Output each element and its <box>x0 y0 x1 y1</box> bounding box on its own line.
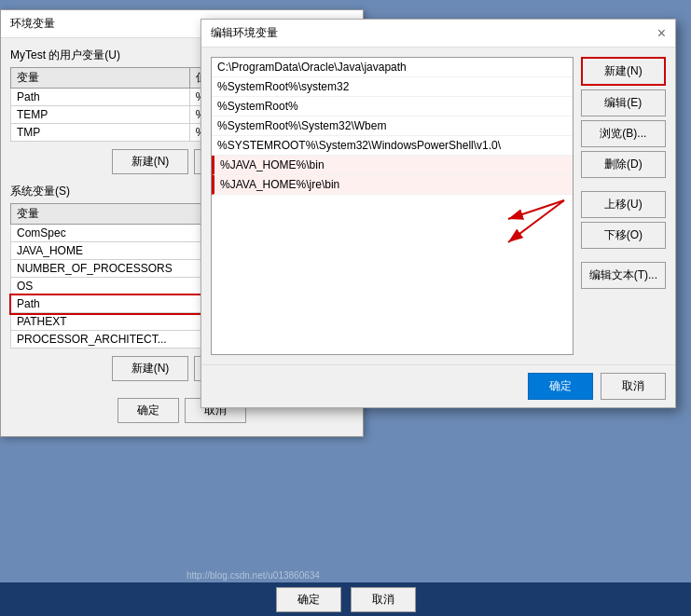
new-btn[interactable]: 新建(N) <box>581 57 666 86</box>
bg-dialog-title: 环境变量 <box>10 16 55 32</box>
main-env-dialog: 编辑环境变量 × C:\ProgramData\Oracle\Java\java… <box>200 19 676 408</box>
edit-text-btn[interactable]: 编辑文本(T)... <box>581 262 666 289</box>
move-up-btn[interactable]: 上移(U) <box>581 191 666 218</box>
main-cancel-btn[interactable]: 取消 <box>601 373 666 400</box>
taskbar-confirm-btn[interactable]: 确定 <box>276 587 341 612</box>
watermark: http://blog.csdn.net/u013860634 <box>187 570 320 581</box>
var-name: Path <box>11 89 190 106</box>
main-dialog-footer: 确定 取消 <box>201 364 675 407</box>
path-list-item[interactable]: C:\ProgramData\Oracle\Java\javapath <box>212 58 573 77</box>
main-dialog-titlebar: 编辑环境变量 × <box>201 20 675 48</box>
delete-btn[interactable]: 删除(D) <box>581 151 666 178</box>
user-new-btn[interactable]: 新建(N) <box>112 149 189 174</box>
move-down-btn[interactable]: 下移(O) <box>581 222 666 249</box>
taskbar: 确定 取消 <box>0 582 691 616</box>
path-list-item[interactable]: %SystemRoot% <box>212 97 573 116</box>
main-dialog-body: C:\ProgramData\Oracle\Java\javapath%Syst… <box>201 48 675 364</box>
main-dialog-title: 编辑环境变量 <box>211 25 278 41</box>
user-col1: 变量 <box>11 68 190 89</box>
main-close-icon[interactable]: × <box>657 26 666 41</box>
path-list-item[interactable]: %SystemRoot%\System32\Wbem <box>212 116 573 136</box>
path-list: C:\ProgramData\Oracle\Java\javapath%Syst… <box>212 58 573 195</box>
path-list-item[interactable]: %SYSTEMROOT%\System32\WindowsPowerShell\… <box>212 136 573 156</box>
main-confirm-btn[interactable]: 确定 <box>528 373 593 400</box>
var-name: TMP <box>11 124 190 142</box>
browse-btn[interactable]: 浏览(B)... <box>581 120 666 147</box>
path-list-container: C:\ProgramData\Oracle\Java\javapath%Syst… <box>211 57 574 355</box>
side-buttons: 新建(N) 编辑(E) 浏览(B)... 删除(D) 上移(U) 下移(O) 编… <box>581 57 666 355</box>
sys-new-btn[interactable]: 新建(N) <box>112 356 189 381</box>
path-list-item[interactable]: %JAVA_HOME%\bin <box>212 156 573 175</box>
bg-confirm-btn[interactable]: 确定 <box>117 398 179 423</box>
path-list-item[interactable]: %SystemRoot%\system32 <box>212 77 573 97</box>
path-list-item[interactable]: %JAVA_HOME%\jre\bin <box>212 175 573 195</box>
var-name: TEMP <box>11 106 190 124</box>
edit-btn[interactable]: 编辑(E) <box>581 89 666 116</box>
taskbar-cancel-btn[interactable]: 取消 <box>351 587 416 612</box>
